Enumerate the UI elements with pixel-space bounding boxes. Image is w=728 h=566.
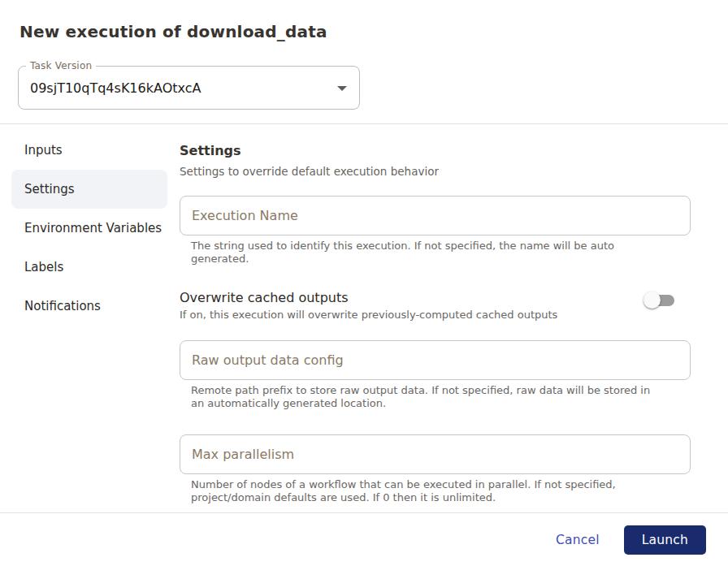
max-parallelism-helper: Number of nodes of a workflow that can b…: [191, 478, 656, 504]
task-version-value: 09sjT10qTq4sK16kAOtxcA: [30, 67, 201, 109]
page-title: New execution of download_data: [20, 22, 327, 41]
overwrite-cached-outputs-texts: Overwrite cached outputs If on, this exe…: [180, 290, 557, 321]
task-version-select[interactable]: Task Version 09sjT10qTq4sK16kAOtxcA: [18, 66, 360, 110]
overwrite-cached-outputs-description: If on, this execution will overwrite pre…: [180, 309, 557, 321]
execution-name-field: The string used to identify this executi…: [180, 196, 691, 266]
max-parallelism-field: Number of nodes of a workflow that can b…: [180, 434, 691, 504]
new-execution-dialog: { "dialog": { "title": "New execution of…: [0, 0, 728, 566]
sidebar-item-inputs[interactable]: Inputs: [11, 131, 167, 170]
raw-output-data-config-helper: Remote path prefix to store raw output d…: [191, 384, 656, 410]
sidebar-item-notifications[interactable]: Notifications: [11, 287, 167, 326]
raw-output-data-config-field: Remote path prefix to store raw output d…: [180, 340, 691, 410]
dialog-body: Inputs Settings Environment Variables La…: [0, 124, 728, 547]
dialog-footer: Cancel Launch: [0, 512, 728, 566]
sidebar-item-labels[interactable]: Labels: [11, 248, 167, 287]
settings-panel: Settings Settings to override default ex…: [180, 124, 691, 547]
launch-button[interactable]: Launch: [624, 525, 706, 555]
settings-heading: Settings: [180, 143, 691, 158]
execution-name-input[interactable]: [180, 196, 691, 235]
toggle-thumb: [644, 292, 661, 309]
sidebar: Inputs Settings Environment Variables La…: [0, 124, 180, 547]
raw-output-data-config-input[interactable]: [180, 340, 691, 380]
settings-description: Settings to override default execution b…: [180, 165, 691, 178]
dialog-header: New execution of download_data Task Vers…: [0, 0, 728, 124]
overwrite-cached-outputs-label: Overwrite cached outputs: [180, 290, 557, 305]
max-parallelism-input[interactable]: [180, 434, 691, 474]
sidebar-item-environment-variables[interactable]: Environment Variables: [11, 209, 167, 248]
sidebar-item-settings[interactable]: Settings: [11, 170, 167, 209]
execution-name-helper: The string used to identify this executi…: [191, 240, 656, 266]
overwrite-cached-outputs-toggle[interactable]: [644, 292, 674, 309]
chevron-down-icon: [337, 86, 347, 91]
overwrite-cached-outputs-row: Overwrite cached outputs If on, this exe…: [180, 290, 691, 321]
cancel-button[interactable]: Cancel: [556, 533, 600, 547]
